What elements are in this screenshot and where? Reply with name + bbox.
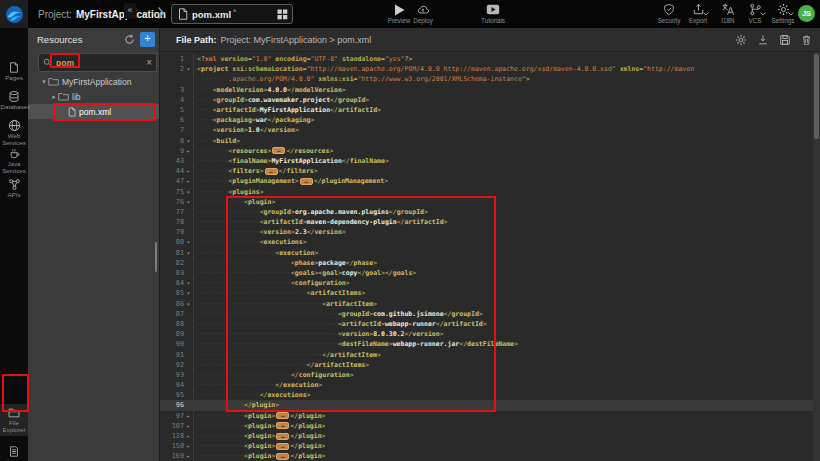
code-line[interactable]: 7····<version>1.0</version> — [160, 125, 820, 135]
tab-pom-xml[interactable]: pom.xml * — [171, 4, 293, 24]
code-line[interactable]: 97▸············<plugin>↔</plugin> — [160, 411, 820, 421]
panel-scrollbar[interactable] — [155, 242, 157, 272]
fold-closed-icon[interactable]: ▸ — [184, 413, 193, 419]
code-line[interactable]: 76▾············<plugin> — [160, 197, 820, 207]
code-editor[interactable]: 1<?xml version="1.0" encoding="UTF-8" st… — [160, 52, 820, 461]
collapsed-code-pill[interactable]: ↔ — [276, 422, 289, 429]
delete-icon[interactable] — [801, 34, 812, 46]
fold-closed-icon[interactable]: ▸ — [184, 148, 193, 154]
sidebar-item-java-services[interactable]: Java Services — [0, 148, 28, 175]
collapse-panel-button[interactable]: « — [124, 3, 136, 19]
code-line[interactable]: 86▾································<arti… — [160, 299, 820, 309]
code-line[interactable]: 78················<artifactId>maven-depe… — [160, 217, 820, 227]
code-line[interactable]: ········.apache.org/POM/4.0.0" xmlns:xsi… — [160, 74, 820, 84]
collapsed-code-pill[interactable]: ↔ — [276, 443, 289, 450]
collapsed-code-pill[interactable]: ↔ — [272, 147, 285, 154]
code-line-active[interactable]: 96············</plugin> — [160, 400, 820, 410]
code-line[interactable]: 79················<version>2.3</version> — [160, 227, 820, 237]
code-line[interactable]: 84▾························<configuratio… — [160, 278, 820, 288]
sidebar-item-pages[interactable]: Pages — [0, 61, 28, 82]
code-line[interactable]: 89····································<v… — [160, 329, 820, 339]
tree-item-lib[interactable]: ▸lib — [28, 89, 159, 104]
tree-caret-icon[interactable]: ▸ — [50, 93, 58, 101]
fold-closed-icon[interactable]: ▸ — [184, 423, 193, 429]
code-line[interactable]: 3····<modelVersion>4.0.0</modelVersion> — [160, 85, 820, 95]
code-line[interactable]: 95················</executions> — [160, 390, 820, 400]
fold-open-icon[interactable]: ▾ — [184, 290, 193, 296]
code-line[interactable]: 43········<finalName>MyFirstApplication<… — [160, 156, 820, 166]
editor-scrollbar-thumb[interactable] — [814, 54, 819, 139]
code-line[interactable]: 8▾····<build> — [160, 136, 820, 146]
avatar[interactable]: JS — [798, 5, 815, 22]
code-line[interactable]: 150▸············<plugin>↔</plugin> — [160, 441, 820, 451]
download-icon[interactable] — [757, 34, 769, 46]
code-line[interactable]: 4····<groupId>com.wavemaker.project</gro… — [160, 95, 820, 105]
code-line[interactable]: 2▾<project xsi:schemaLocation="http://ma… — [160, 64, 820, 74]
fold-open-icon[interactable]: ▾ — [184, 189, 193, 195]
code-line[interactable]: 44▸········<filters>↔</filters> — [160, 166, 820, 176]
fold-closed-icon[interactable]: ▸ — [184, 443, 193, 449]
collapsed-code-pill[interactable]: ↔ — [265, 168, 278, 175]
code-line[interactable]: 9▸········<resources>↔</resources> — [160, 146, 820, 156]
search-box[interactable]: pom × — [38, 53, 157, 72]
code-line[interactable]: 85▾····························<artifact… — [160, 288, 820, 298]
add-resource-button[interactable]: + — [140, 32, 155, 47]
code-line[interactable]: 107▸············<plugin>↔</plugin> — [160, 421, 820, 431]
search-input[interactable]: pom — [56, 58, 74, 68]
sidebar-item-databases[interactable]: Databases — [0, 90, 28, 111]
tree-caret-icon[interactable]: ▾ — [40, 78, 48, 86]
fold-closed-icon[interactable]: ▸ — [184, 178, 193, 184]
code-line[interactable]: 94····················</execution> — [160, 380, 820, 390]
fold-closed-icon[interactable]: ▸ — [184, 433, 193, 439]
fold-open-icon[interactable]: ▾ — [184, 239, 193, 245]
fold-open-icon[interactable]: ▾ — [184, 199, 193, 205]
code-line[interactable]: 75▾········<plugins> — [160, 186, 820, 196]
collapsed-code-pill[interactable]: ↔ — [276, 412, 289, 419]
code-line[interactable]: 5····<artifactId>MyFirstApplication</art… — [160, 105, 820, 115]
code-line[interactable]: 93························</configuratio… — [160, 370, 820, 380]
grid-icon[interactable] — [277, 9, 288, 20]
sidebar-item-logs[interactable]: Logs — [0, 445, 28, 461]
collapsed-code-pill[interactable]: ↔ — [276, 433, 289, 440]
editor-scrollbar[interactable] — [813, 52, 820, 461]
fold-open-icon[interactable]: ▾ — [184, 138, 193, 144]
wavemaker-logo[interactable] — [0, 0, 28, 28]
settings-icon[interactable] — [735, 34, 747, 46]
code-line[interactable]: 81▾····················<execution> — [160, 248, 820, 258]
save-icon[interactable] — [779, 34, 791, 46]
topbar-action-deploy[interactable]: Deploy — [406, 3, 440, 24]
clear-search-icon[interactable]: × — [146, 58, 152, 68]
code-line[interactable]: 77················<groupId>org.apache.ma… — [160, 207, 820, 217]
sidebar-item-apis[interactable]: APIs — [0, 178, 28, 199]
code-line[interactable]: 88····································<a… — [160, 319, 820, 329]
fold-open-icon[interactable]: ▾ — [184, 280, 193, 286]
sidebar-item-web-services[interactable]: Web Services — [0, 119, 28, 147]
code-line[interactable]: 83························<goals><goal>c… — [160, 268, 820, 278]
topbar-action-tutorials[interactable]: Tutorials — [476, 3, 510, 24]
code-line[interactable]: 82························<phase>package… — [160, 258, 820, 268]
fold-open-icon[interactable]: ▾ — [184, 301, 193, 307]
code-line[interactable]: 1<?xml version="1.0" encoding="UTF-8" st… — [160, 54, 820, 64]
code-line[interactable]: 47▸········<pluginManagement>↔</pluginMa… — [160, 176, 820, 186]
code-line[interactable]: 6····<packaging>war</packaging> — [160, 115, 820, 125]
fold-closed-icon[interactable]: ▸ — [184, 168, 193, 174]
code-token: groupId — [397, 208, 424, 216]
code-line[interactable]: 169▸············<plugin>↔</plugin> — [160, 451, 820, 461]
tree-item-myfirstapplication[interactable]: ▾MyFirstApplication — [28, 74, 159, 89]
fold-closed-icon[interactable]: ▸ — [184, 453, 193, 459]
code-line[interactable]: 92····························</artifact… — [160, 360, 820, 370]
code-line[interactable]: 128▸············<plugin>↔</plugin> — [160, 431, 820, 441]
code-line[interactable]: 80▾················<executions> — [160, 237, 820, 247]
collapsed-code-pill[interactable]: ↔ — [300, 178, 313, 185]
sidebar-item-file-explorer[interactable]: File Explorer — [0, 404, 28, 436]
code-line[interactable]: 90····································<d… — [160, 339, 820, 349]
topbar-action-export[interactable]: Export — [681, 3, 715, 24]
collapsed-code-pill[interactable]: ↔ — [276, 453, 289, 460]
topbar-action-settings[interactable]: Settings — [766, 3, 800, 24]
fold-open-icon[interactable]: ▾ — [184, 66, 193, 72]
fold-open-icon[interactable]: ▾ — [184, 250, 193, 256]
code-line[interactable]: 91································</arti… — [160, 349, 820, 359]
tree-item-pom-xml[interactable]: pom.xml — [28, 104, 159, 119]
refresh-icon[interactable] — [124, 34, 135, 45]
code-line[interactable]: 87····································<g… — [160, 309, 820, 319]
